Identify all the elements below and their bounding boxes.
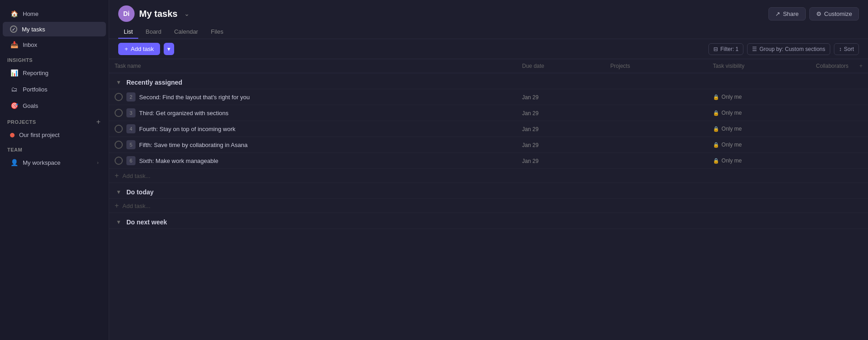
- section-title-recently-assigned: ▼ Recently assigned: [115, 79, 863, 86]
- sidebar-item-home[interactable]: 🏠 Home: [3, 6, 106, 21]
- project-dot-icon: [10, 133, 15, 137]
- reporting-icon: 📊: [10, 69, 18, 77]
- due-date-cell: Jan 29: [517, 121, 605, 137]
- add-task-inline-row-recently-assigned[interactable]: + Add task...: [109, 169, 868, 183]
- section-do-next-week: ▼ Do next week: [109, 213, 868, 229]
- task-name: Sixth: Make work manageable: [139, 157, 218, 164]
- portfolios-icon: 🗂: [10, 85, 18, 93]
- task-complete-button[interactable]: [115, 125, 123, 133]
- header-title-row: Di My tasks ⌄: [118, 5, 191, 22]
- share-button[interactable]: ↗ Share: [768, 7, 806, 20]
- sidebar-item-goals[interactable]: 🎯 Goals: [3, 98, 106, 113]
- visibility-cell: 🔒 Only me: [707, 105, 811, 121]
- task-name: Third: Get organized with sections: [139, 110, 229, 117]
- table-row[interactable]: 2 Second: Find the layout that's right f…: [109, 89, 868, 105]
- task-complete-button[interactable]: [115, 109, 123, 117]
- collaborators-cell: [811, 121, 854, 137]
- tab-list[interactable]: List: [118, 25, 138, 39]
- filter-icon: ⊟: [713, 46, 718, 52]
- header: Di My tasks ⌄ ↗ Share ⚙ Customize List B…: [109, 0, 868, 39]
- table-row[interactable]: 4 Fourth: Stay on top of incoming work J…: [109, 121, 868, 137]
- task-name-cell: 4 Fourth: Stay on top of incoming work: [109, 121, 517, 137]
- tab-board[interactable]: Board: [140, 25, 167, 39]
- lock-icon: 🔒: [713, 126, 719, 132]
- check-icon: ✓: [10, 25, 17, 33]
- sidebar: 🏠 Home ✓ My tasks 📥 Inbox Insights 📊 Rep…: [0, 0, 109, 340]
- section-recently-assigned: ▼ Recently assigned: [109, 73, 868, 89]
- collaborators-cell: [811, 137, 854, 153]
- due-date-cell: Jan 29: [517, 137, 605, 153]
- task-badge: 5: [126, 140, 135, 149]
- filter-button[interactable]: ⊟ Filter: 1: [708, 43, 743, 55]
- sidebar-item-my-tasks[interactable]: ✓ My tasks: [3, 22, 106, 36]
- col-projects: Projects: [605, 59, 707, 73]
- add-task-inline-label: Add task...: [122, 173, 150, 179]
- tasks-table: Task name Due date Projects Task visibil…: [109, 59, 868, 229]
- add-row-col: [854, 137, 868, 153]
- add-row-col: [854, 105, 868, 121]
- task-badge: 2: [126, 92, 135, 101]
- sort-icon: ↕: [839, 46, 842, 52]
- sidebar-label-home: Home: [23, 10, 39, 17]
- add-row-col: [854, 153, 868, 169]
- home-icon: 🏠: [10, 10, 18, 18]
- inbox-icon: 📥: [10, 41, 18, 49]
- table-container: Task name Due date Projects Task visibil…: [109, 59, 868, 340]
- add-inline-icon: +: [115, 172, 119, 180]
- tab-files[interactable]: Files: [206, 25, 229, 39]
- sliders-icon: ⚙: [816, 10, 822, 17]
- section-do-today: ▼ Do today: [109, 183, 868, 199]
- collapse-do-next-week-button[interactable]: ▼: [115, 218, 123, 226]
- task-complete-button[interactable]: [115, 157, 123, 165]
- share-icon: ↗: [775, 10, 780, 17]
- add-task-button[interactable]: + Add task: [118, 43, 160, 55]
- task-complete-button[interactable]: [115, 93, 123, 101]
- workspace-icon: 👤: [10, 158, 18, 167]
- add-project-button[interactable]: +: [95, 118, 101, 126]
- visibility-cell: 🔒 Only me: [707, 121, 811, 137]
- section-title-do-next-week: ▼ Do next week: [115, 218, 863, 226]
- sidebar-item-my-workspace[interactable]: 👤 My workspace ›: [3, 155, 106, 170]
- task-badge: 4: [126, 124, 135, 133]
- sidebar-item-reporting[interactable]: 📊 Reporting: [3, 65, 106, 81]
- task-name: Second: Find the layout that's right for…: [139, 94, 250, 101]
- projects-cell: [605, 121, 707, 137]
- due-date-cell: Jan 29: [517, 89, 605, 105]
- group-by-button[interactable]: ☰ Group by: Custom sections: [747, 43, 830, 55]
- section-header-insights: Insights: [0, 53, 109, 65]
- task-name-cell: 6 Sixth: Make work manageable: [109, 153, 517, 169]
- col-collaborators: Collaborators: [811, 59, 854, 73]
- add-row-col: [854, 121, 868, 137]
- lock-icon: 🔒: [713, 110, 719, 116]
- projects-cell: [605, 105, 707, 121]
- customize-button[interactable]: ⚙ Customize: [809, 7, 859, 20]
- plus-icon: +: [125, 46, 128, 52]
- add-task-inline-row-do-today[interactable]: + Add task...: [109, 199, 868, 213]
- title-dropdown-button[interactable]: ⌄: [182, 9, 191, 18]
- toolbar: + Add task ▾ ⊟ Filter: 1 ☰ Group by: Cus…: [109, 39, 868, 59]
- sort-button[interactable]: ↕ Sort: [834, 43, 859, 55]
- sidebar-item-portfolios[interactable]: 🗂 Portfolios: [3, 81, 106, 97]
- task-complete-button[interactable]: [115, 141, 123, 149]
- projects-cell: [605, 137, 707, 153]
- more-options-button[interactable]: ▾: [164, 43, 174, 55]
- table-row[interactable]: 5 Fifth: Save time by collaborating in A…: [109, 137, 868, 153]
- task-name-cell: 3 Third: Get organized with sections: [109, 105, 517, 121]
- table-row[interactable]: 3 Third: Get organized with sections Jan…: [109, 105, 868, 121]
- collapse-do-today-button[interactable]: ▼: [115, 188, 123, 196]
- due-date-cell: Jan 29: [517, 153, 605, 169]
- sidebar-item-inbox[interactable]: 📥 Inbox: [3, 37, 106, 52]
- task-name-cell: 2 Second: Find the layout that's right f…: [109, 89, 517, 105]
- table-row[interactable]: 6 Sixth: Make work manageable Jan 29 🔒 O…: [109, 153, 868, 169]
- collapse-recently-assigned-button[interactable]: ▼: [115, 79, 123, 86]
- col-add[interactable]: +: [854, 59, 868, 73]
- lock-icon: 🔒: [713, 94, 719, 100]
- collaborators-cell: [811, 89, 854, 105]
- page-title: My tasks: [139, 9, 178, 19]
- sidebar-item-our-first-project[interactable]: Our first project: [3, 128, 106, 142]
- tab-calendar[interactable]: Calendar: [169, 25, 204, 39]
- visibility-cell: 🔒 Only me: [707, 89, 811, 105]
- task-badge: 3: [126, 108, 135, 117]
- sidebar-nav: 🏠 Home ✓ My tasks 📥 Inbox: [0, 5, 109, 53]
- sidebar-label-inbox: Inbox: [23, 41, 37, 48]
